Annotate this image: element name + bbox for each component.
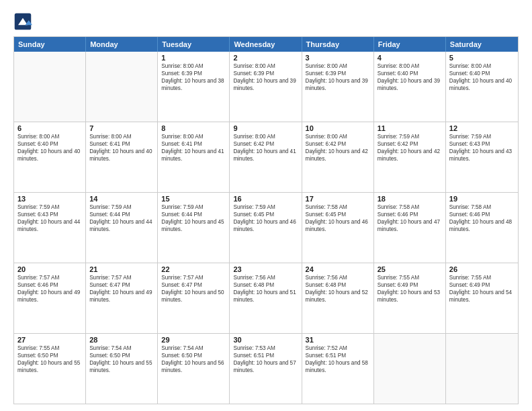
sunrise: Sunrise: 8:00 AM bbox=[306, 62, 370, 70]
daylight: Daylight: 10 hours and 43 minutes. bbox=[449, 148, 515, 163]
day-number: 28 bbox=[89, 336, 154, 344]
calendar-row-1: 1Sunrise: 8:00 AMSunset: 6:39 PMDaylight… bbox=[14, 52, 518, 122]
calendar-cell: 21Sunrise: 7:57 AMSunset: 6:47 PMDayligh… bbox=[86, 263, 158, 333]
day-number: 7 bbox=[89, 124, 154, 132]
sunset: Sunset: 6:40 PM bbox=[378, 70, 442, 77]
sunrise: Sunrise: 7:59 AM bbox=[161, 203, 226, 211]
calendar-cell: 24Sunrise: 7:56 AMSunset: 6:48 PMDayligh… bbox=[302, 263, 374, 333]
sunset: Sunset: 6:46 PM bbox=[449, 211, 515, 218]
daylight: Daylight: 10 hours and 54 minutes. bbox=[449, 289, 515, 304]
sunset: Sunset: 6:50 PM bbox=[161, 352, 226, 359]
calendar-cell bbox=[374, 334, 446, 404]
sunrise: Sunrise: 8:00 AM bbox=[306, 133, 370, 140]
sunrise: Sunrise: 7:53 AM bbox=[233, 345, 298, 352]
calendar-cell: 14Sunrise: 7:59 AMSunset: 6:44 PMDayligh… bbox=[86, 193, 158, 263]
sunset: Sunset: 6:39 PM bbox=[233, 70, 298, 77]
daylight: Daylight: 10 hours and 38 minutes. bbox=[161, 77, 226, 92]
day-number: 23 bbox=[233, 265, 298, 273]
day-number: 30 bbox=[233, 336, 298, 344]
calendar-cell: 9Sunrise: 8:00 AMSunset: 6:42 PMDaylight… bbox=[230, 122, 302, 192]
daylight: Daylight: 10 hours and 57 minutes. bbox=[233, 359, 298, 374]
day-number: 10 bbox=[306, 124, 370, 132]
day-number: 16 bbox=[233, 195, 298, 203]
calendar-cell: 17Sunrise: 7:58 AMSunset: 6:45 PMDayligh… bbox=[302, 193, 374, 263]
sunset: Sunset: 6:51 PM bbox=[306, 352, 370, 359]
sunrise: Sunrise: 8:00 AM bbox=[161, 133, 226, 140]
daylight: Daylight: 10 hours and 42 minutes. bbox=[306, 148, 370, 163]
day-number: 5 bbox=[449, 54, 515, 62]
day-of-week-monday: Monday bbox=[86, 37, 158, 52]
day-of-week-thursday: Thursday bbox=[302, 37, 374, 52]
day-number: 3 bbox=[306, 54, 370, 62]
day-number: 13 bbox=[17, 195, 82, 203]
sunrise: Sunrise: 7:54 AM bbox=[161, 345, 226, 352]
daylight: Daylight: 10 hours and 40 minutes. bbox=[449, 77, 515, 92]
daylight: Daylight: 10 hours and 41 minutes. bbox=[233, 148, 298, 163]
calendar-cell: 29Sunrise: 7:54 AMSunset: 6:50 PMDayligh… bbox=[158, 334, 230, 404]
calendar-cell: 1Sunrise: 8:00 AMSunset: 6:39 PMDaylight… bbox=[158, 52, 230, 122]
calendar-cell: 2Sunrise: 8:00 AMSunset: 6:39 PMDaylight… bbox=[230, 52, 302, 122]
sunset: Sunset: 6:40 PM bbox=[449, 70, 515, 77]
daylight: Daylight: 10 hours and 53 minutes. bbox=[378, 289, 442, 304]
day-number: 8 bbox=[161, 124, 226, 132]
daylight: Daylight: 10 hours and 48 minutes. bbox=[449, 218, 515, 233]
logo bbox=[13, 12, 34, 31]
daylight: Daylight: 10 hours and 56 minutes. bbox=[161, 359, 226, 374]
sunrise: Sunrise: 7:55 AM bbox=[449, 274, 515, 281]
calendar-cell: 7Sunrise: 8:00 AMSunset: 6:41 PMDaylight… bbox=[86, 122, 158, 192]
sunrise: Sunrise: 7:56 AM bbox=[306, 274, 370, 281]
page: SundayMondayTuesdayWednesdayThursdayFrid… bbox=[0, 0, 532, 411]
sunrise: Sunrise: 8:00 AM bbox=[233, 133, 298, 140]
sunrise: Sunrise: 7:52 AM bbox=[306, 345, 370, 352]
sunrise: Sunrise: 7:54 AM bbox=[89, 345, 154, 352]
sunset: Sunset: 6:46 PM bbox=[17, 281, 82, 289]
sunrise: Sunrise: 8:00 AM bbox=[161, 62, 226, 70]
daylight: Daylight: 10 hours and 42 minutes. bbox=[378, 148, 442, 163]
day-number: 21 bbox=[89, 265, 154, 273]
calendar-cell: 25Sunrise: 7:55 AMSunset: 6:49 PMDayligh… bbox=[374, 263, 446, 333]
calendar-cell: 6Sunrise: 8:00 AMSunset: 6:40 PMDaylight… bbox=[14, 122, 86, 192]
day-number: 17 bbox=[306, 195, 370, 203]
logo-icon bbox=[13, 12, 32, 31]
sunset: Sunset: 6:49 PM bbox=[449, 281, 515, 289]
calendar-row-5: 27Sunrise: 7:55 AMSunset: 6:50 PMDayligh… bbox=[14, 333, 518, 404]
calendar-cell: 15Sunrise: 7:59 AMSunset: 6:44 PMDayligh… bbox=[158, 193, 230, 263]
calendar-cell: 23Sunrise: 7:56 AMSunset: 6:48 PMDayligh… bbox=[230, 263, 302, 333]
day-number: 2 bbox=[233, 54, 298, 62]
calendar-cell: 19Sunrise: 7:58 AMSunset: 6:46 PMDayligh… bbox=[446, 193, 518, 263]
sunrise: Sunrise: 7:59 AM bbox=[17, 203, 82, 211]
day-number: 26 bbox=[449, 265, 515, 273]
calendar-cell: 16Sunrise: 7:59 AMSunset: 6:45 PMDayligh… bbox=[230, 193, 302, 263]
daylight: Daylight: 10 hours and 46 minutes. bbox=[306, 218, 370, 233]
calendar-cell: 18Sunrise: 7:58 AMSunset: 6:46 PMDayligh… bbox=[374, 193, 446, 263]
daylight: Daylight: 10 hours and 39 minutes. bbox=[378, 77, 442, 92]
calendar-cell: 10Sunrise: 8:00 AMSunset: 6:42 PMDayligh… bbox=[302, 122, 374, 192]
sunset: Sunset: 6:42 PM bbox=[378, 140, 442, 148]
sunrise: Sunrise: 7:55 AM bbox=[17, 345, 82, 352]
day-number: 6 bbox=[17, 124, 82, 132]
calendar-cell bbox=[446, 334, 518, 404]
calendar-cell: 12Sunrise: 7:59 AMSunset: 6:43 PMDayligh… bbox=[446, 122, 518, 192]
sunset: Sunset: 6:45 PM bbox=[306, 211, 370, 218]
day-of-week-sunday: Sunday bbox=[14, 37, 86, 52]
day-number: 15 bbox=[161, 195, 226, 203]
sunrise: Sunrise: 7:59 AM bbox=[378, 133, 442, 140]
daylight: Daylight: 10 hours and 40 minutes. bbox=[89, 148, 154, 163]
calendar-row-3: 13Sunrise: 7:59 AMSunset: 6:43 PMDayligh… bbox=[14, 192, 518, 263]
calendar: SundayMondayTuesdayWednesdayThursdayFrid… bbox=[13, 36, 519, 404]
sunrise: Sunrise: 8:00 AM bbox=[89, 133, 154, 140]
day-number: 31 bbox=[306, 336, 370, 344]
daylight: Daylight: 10 hours and 41 minutes. bbox=[161, 148, 226, 163]
day-number: 29 bbox=[161, 336, 226, 344]
sunrise: Sunrise: 8:00 AM bbox=[449, 62, 515, 70]
daylight: Daylight: 10 hours and 39 minutes. bbox=[306, 77, 370, 92]
calendar-cell: 5Sunrise: 8:00 AMSunset: 6:40 PMDaylight… bbox=[446, 52, 518, 122]
calendar-row-4: 20Sunrise: 7:57 AMSunset: 6:46 PMDayligh… bbox=[14, 263, 518, 333]
sunrise: Sunrise: 7:59 AM bbox=[449, 133, 515, 140]
daylight: Daylight: 10 hours and 58 minutes. bbox=[306, 359, 370, 374]
sunrise: Sunrise: 7:57 AM bbox=[17, 274, 82, 281]
sunset: Sunset: 6:47 PM bbox=[89, 281, 154, 289]
sunrise: Sunrise: 7:57 AM bbox=[89, 274, 154, 281]
daylight: Daylight: 10 hours and 51 minutes. bbox=[233, 289, 298, 304]
sunset: Sunset: 6:41 PM bbox=[161, 140, 226, 148]
